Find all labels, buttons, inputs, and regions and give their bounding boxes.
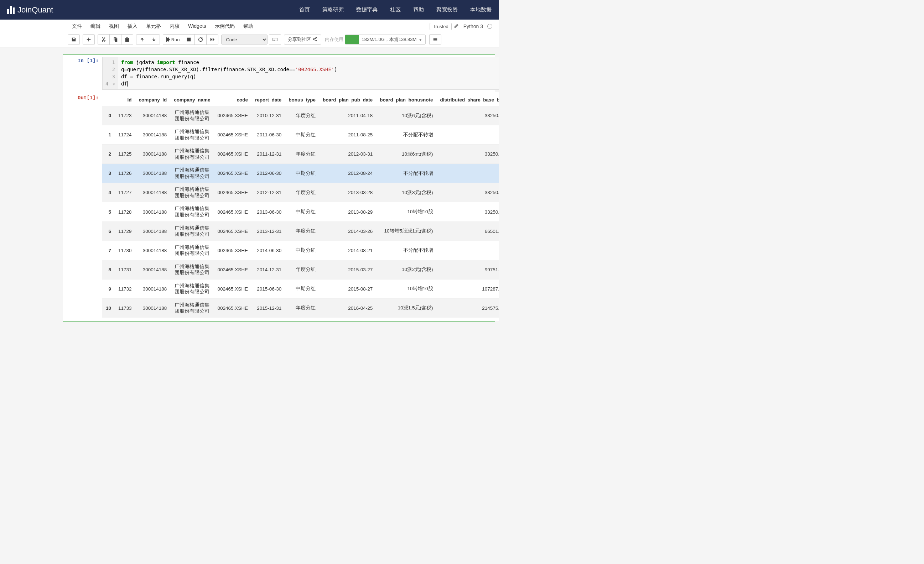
notebook: In [1]: 1 2 3 4 ▼ from jqdata import fin… — [0, 47, 499, 325]
code-editor[interactable]: 1 2 3 4 ▼ from jqdata import finance q=q… — [102, 57, 499, 90]
menu-8[interactable]: 帮助 — [239, 21, 258, 32]
toggle-toolbar-button[interactable] — [430, 34, 441, 45]
paste-button[interactable] — [122, 34, 133, 45]
nav-link-1[interactable]: 策略研究 — [322, 6, 344, 13]
restart-button[interactable] — [195, 34, 207, 45]
menu-1[interactable]: 编辑 — [86, 21, 105, 32]
move-up-button[interactable] — [136, 34, 148, 45]
table-row[interactable]: 211725300014188广州海格通信集团股份有限公司002465.XSHE… — [102, 145, 499, 164]
table-row[interactable]: 911732300014188广州海格通信集团股份有限公司002465.XSHE… — [102, 279, 499, 298]
table-row[interactable]: 811731300014188广州海格通信集团股份有限公司002465.XSHE… — [102, 260, 499, 279]
menu-5[interactable]: 内核 — [165, 21, 184, 32]
memory-usage[interactable]: 182M/1.0G，本篇138.83M ▾ — [345, 34, 426, 45]
col-header: id — [115, 94, 135, 106]
chevron-down-icon: ▾ — [419, 37, 422, 42]
share-button[interactable]: 分享到社区 — [284, 34, 321, 45]
edit-icon[interactable] — [454, 24, 459, 30]
kernel-status-icon[interactable] — [487, 24, 492, 29]
col-header: board_plan_bonusnote — [376, 94, 436, 106]
menu-2[interactable]: 视图 — [105, 21, 123, 32]
run-button[interactable]: Run — [163, 34, 183, 45]
output-prompt: Out[1]: — [78, 95, 99, 100]
nav-links: 首页策略研究数据字典社区帮助聚宽投资本地数据 — [299, 6, 492, 13]
kernel-name[interactable]: Python 3 — [461, 23, 485, 30]
table-row[interactable]: 111724300014188广州海格通信集团股份有限公司002465.XSHE… — [102, 125, 499, 145]
col-header: code — [214, 94, 252, 106]
table-row[interactable]: 311726300014188广州海格通信集团股份有限公司002465.XSHE… — [102, 164, 499, 183]
col-header — [102, 94, 115, 106]
menu-6[interactable]: Widgets — [184, 21, 210, 32]
output-dataframe[interactable]: idcompany_idcompany_namecodereport_dateb… — [102, 92, 499, 321]
svg-rect-0 — [187, 38, 191, 42]
cell-type-select[interactable]: Code — [221, 34, 267, 45]
col-header: bonus_type — [285, 94, 319, 106]
topnav: JoinQuant 首页策略研究数据字典社区帮助聚宽投资本地数据 — [0, 0, 499, 19]
table-header-row: idcompany_idcompany_namecodereport_dateb… — [102, 94, 499, 106]
col-header: company_id — [135, 94, 171, 106]
code-cell[interactable]: In [1]: 1 2 3 4 ▼ from jqdata import fin… — [63, 54, 495, 322]
add-cell-button[interactable] — [83, 34, 94, 45]
code-content[interactable]: from jqdata import finance q=query(finan… — [118, 57, 340, 89]
dataframe-table: idcompany_idcompany_namecodereport_dateb… — [102, 94, 499, 318]
menu-0[interactable]: 文件 — [68, 21, 86, 32]
restart-run-all-button[interactable] — [207, 34, 218, 45]
interrupt-button[interactable] — [183, 34, 195, 45]
copy-button[interactable] — [110, 34, 122, 45]
brand-text: JoinQuant — [18, 5, 53, 15]
brand-logo[interactable]: JoinQuant — [7, 5, 53, 15]
cut-button[interactable] — [98, 34, 110, 45]
nav-link-5[interactable]: 聚宽投资 — [436, 6, 458, 13]
menu-3[interactable]: 插入 — [123, 21, 142, 32]
menu-7[interactable]: 示例代码 — [210, 21, 239, 32]
col-header: board_plan_pub_date — [319, 94, 376, 106]
move-down-button[interactable] — [148, 34, 160, 45]
fold-arrow-icon: ▼ — [111, 81, 115, 88]
trusted-indicator[interactable]: Trusted — [430, 23, 452, 30]
svg-rect-2 — [274, 40, 275, 40]
col-header: report_date — [252, 94, 285, 106]
table-row[interactable]: 011723300014188广州海格通信集团股份有限公司002465.XSHE… — [102, 106, 499, 125]
save-button[interactable] — [68, 34, 80, 45]
share-icon — [312, 37, 317, 42]
menubar: 文件编辑视图插入单元格内核Widgets示例代码帮助 Trusted Pytho… — [0, 19, 499, 32]
nav-link-4[interactable]: 帮助 — [413, 6, 424, 13]
menu-4[interactable]: 单元格 — [142, 21, 165, 32]
memory-bar-icon — [345, 34, 359, 45]
svg-rect-1 — [273, 38, 277, 41]
nav-link-0[interactable]: 首页 — [299, 6, 310, 13]
logo-bars-icon — [7, 6, 15, 14]
toolbar: Run Code 分享到社区 内存使用 182M/1.0G，本篇138.83M … — [0, 32, 499, 47]
nav-link-3[interactable]: 社区 — [390, 6, 401, 13]
line-gutter: 1 2 3 4 ▼ — [103, 57, 118, 89]
table-row[interactable]: 1011733300014188广州海格通信集团股份有限公司002465.XSH… — [102, 298, 499, 318]
text-cursor — [127, 81, 128, 87]
input-prompt: In [1]: — [78, 58, 99, 63]
nav-link-6[interactable]: 本地数据 — [470, 6, 492, 13]
nav-link-2[interactable]: 数据字典 — [356, 6, 378, 13]
memory-label: 内存使用 — [325, 36, 344, 43]
table-row[interactable]: 611729300014188广州海格通信集团股份有限公司002465.XSHE… — [102, 221, 499, 241]
col-header: company_name — [170, 94, 214, 106]
table-row[interactable]: 711730300014188广州海格通信集团股份有限公司002465.XSHE… — [102, 241, 499, 260]
command-palette-button[interactable] — [269, 34, 281, 45]
col-header: distributed_share_base_board — [437, 94, 499, 106]
table-row[interactable]: 411727300014188广州海格通信集团股份有限公司002465.XSHE… — [102, 183, 499, 202]
table-row[interactable]: 511728300014188广州海格通信集团股份有限公司002465.XSHE… — [102, 202, 499, 221]
